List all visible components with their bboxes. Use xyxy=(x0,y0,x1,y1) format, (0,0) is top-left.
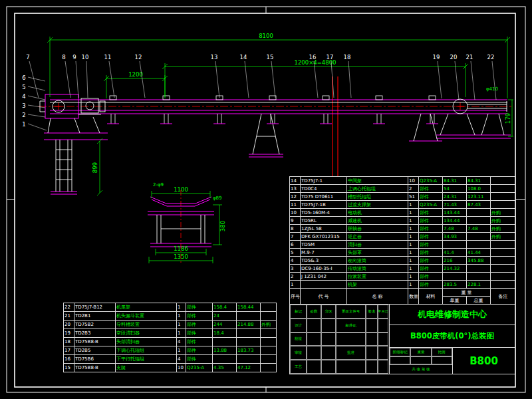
bom-cell xyxy=(261,329,277,338)
bom-cell: TD2B1 xyxy=(74,312,116,321)
bom-cell: 19 xyxy=(64,329,74,338)
bom-cell: 15 xyxy=(64,364,74,372)
bom-cell: 部件 xyxy=(186,338,213,346)
header-material: 材料 xyxy=(419,289,443,305)
table-row: 1机架1部件283.5228.1 xyxy=(290,281,516,289)
bom-cell: 41.4 xyxy=(443,249,467,257)
bom-cell: 中间架 xyxy=(347,177,408,185)
cross-dim-w1: 1186 xyxy=(174,245,188,252)
bom-cell xyxy=(213,338,237,346)
dim-leg-height: 899 xyxy=(92,162,98,173)
bom-cell: 1 xyxy=(408,281,419,289)
weight-value xyxy=(410,356,431,365)
bom-cell: 47.12 xyxy=(237,364,261,372)
bom-cell xyxy=(443,273,467,281)
header-unit-weight: 单重 xyxy=(443,297,467,305)
bom-cell: 清扫器 xyxy=(347,241,408,249)
bom-cell: 部件 xyxy=(419,241,443,249)
balloon: 6 xyxy=(22,74,25,81)
bom-cell: 3 xyxy=(290,265,301,273)
bom-cell: 部件 xyxy=(186,321,213,329)
table-row: 18TD75B8-B头部清扫器4部件 xyxy=(64,338,277,346)
bom-cell: TD0C4 xyxy=(301,185,347,193)
bom-cell xyxy=(467,273,491,281)
header-weight: 重 量 xyxy=(443,289,491,297)
cad-canvas: { "colors":{"background":"#000000","line… xyxy=(0,0,532,399)
bom-cell: 9 xyxy=(290,217,301,225)
bom-cell: 214.32 xyxy=(443,265,467,273)
bom-cell: Q235-A xyxy=(419,201,443,209)
bom-cell: 机头漏斗装置 xyxy=(116,312,177,321)
bom-cell: 上调心托辊组 xyxy=(347,185,408,193)
bom-cell: J 1Z31 042 xyxy=(301,273,347,281)
bom-cell: 18 xyxy=(64,338,74,346)
bom-cell: 87.43 xyxy=(467,201,491,209)
cross-dim-roller: φ89 xyxy=(213,196,222,201)
bom-cell: 部件 xyxy=(419,185,443,193)
bom-cell: 导料槽装置 xyxy=(116,321,177,329)
bom-cell: Q235-A xyxy=(186,364,213,372)
bom-cell: 1 xyxy=(177,329,186,338)
bom-cell: 2 xyxy=(290,273,301,281)
bom-cell: 部件 xyxy=(186,303,213,312)
stage-values-row xyxy=(390,356,452,365)
bom-cell: 7.48 xyxy=(443,225,467,233)
bom-cell: 过渡支撑架 xyxy=(347,201,408,209)
titleblock-cell xyxy=(336,332,366,346)
titleblock-revision-grid: 标记处数分区更改文件号签名年月日设计标准化校核审核批准工艺 xyxy=(290,305,390,374)
bom-cell: 24 xyxy=(213,312,237,321)
titleblock-cell xyxy=(307,332,321,346)
bom-cell: 1 xyxy=(290,281,301,289)
bom-cell: TD75J7-1B xyxy=(301,201,347,209)
bom-cell: 4.35 xyxy=(213,364,237,372)
drawing-number: B800 xyxy=(453,348,515,374)
bom-cell: 改向滚筒 xyxy=(347,257,408,265)
bom-cell: TD5M xyxy=(301,241,347,249)
titleblock-cell xyxy=(307,360,321,374)
table-row: 19TD2B3空段清扫器1部件18.4 xyxy=(64,329,277,338)
titleblock-cell: 签名 xyxy=(366,305,378,319)
bom-cell: 13 xyxy=(290,185,301,193)
bom-cell: 11 xyxy=(290,201,301,209)
stage-mark-label: 阶段标记 xyxy=(390,348,410,356)
bom-cell: 158.44 xyxy=(237,303,261,312)
balloon: 3 xyxy=(22,102,25,109)
sheet-count: 共 张 第 张 xyxy=(390,364,452,374)
bom-cell: 6 xyxy=(290,241,301,249)
bom-cell: 8 xyxy=(290,225,301,233)
bom-cell: 21 xyxy=(64,312,74,321)
table-row: 5M.9-7头部罩1部件41.441.44 xyxy=(290,249,516,257)
bom-cell xyxy=(261,312,277,321)
titleblock-cell: 校核 xyxy=(290,332,307,346)
bom-cell: 10 xyxy=(177,364,186,372)
titleblock-cell xyxy=(366,332,378,346)
bom-cell xyxy=(237,355,261,364)
titleblock-right: 机电维修制造中心 B800皮带机(0°)总装图 阶段标记 重量 比例 共 张 第… xyxy=(390,305,515,374)
bom-cell: TD75B8-B xyxy=(74,338,116,346)
bom-cell: DFK GX7012315 xyxy=(301,233,347,241)
bom-cell xyxy=(237,338,261,346)
titleblock-cell: 更改文件号 xyxy=(336,305,366,319)
bom-cell: 12 xyxy=(290,193,301,201)
table-row: 12TD75 DT0611槽型托辊组51部件24.31123.11 xyxy=(290,193,516,201)
table-row: 6TD5M清扫器1部件 xyxy=(290,241,516,249)
bom-cell: 传动滚筒 xyxy=(347,265,408,273)
table-row: 14TD75J7-1中间架10Q235-A84.3184.31 xyxy=(290,177,516,185)
bom-cell: 部件 xyxy=(419,281,443,289)
table-row: 11TD75J7-1B过渡支撑架1Q235-A71.4387.43 xyxy=(290,201,516,209)
scale-value xyxy=(432,356,452,365)
bom-cell: Q235-A xyxy=(419,177,443,185)
bom-cell: 10 xyxy=(290,209,301,217)
bom-cell: 部件 xyxy=(186,329,213,338)
balloon: 17 xyxy=(327,54,334,61)
bom-cell: 34.93 xyxy=(443,233,467,241)
bom-cell xyxy=(467,233,491,241)
bom-cell: 214.88 xyxy=(237,321,261,329)
bom-cell: 部件 xyxy=(419,217,443,225)
bom-cell: 216 xyxy=(443,257,467,265)
bom-cell: 下平行托辊组 xyxy=(116,355,177,364)
bom-cell: 345.88 xyxy=(467,257,491,265)
bom-cell xyxy=(237,329,261,338)
bom-cell xyxy=(491,265,516,273)
bom-cell xyxy=(491,241,516,249)
